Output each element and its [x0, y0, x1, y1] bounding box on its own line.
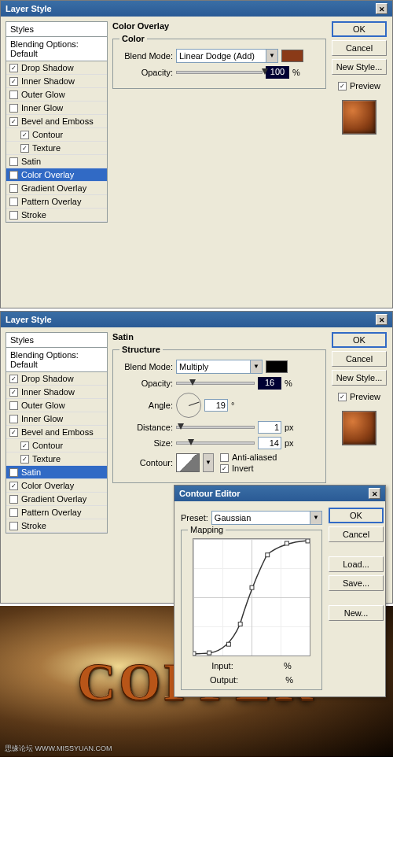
style-item-color-overlay[interactable]: Color Overlay — [6, 479, 107, 493]
angle-value[interactable]: 19 — [204, 399, 228, 412]
style-checkbox[interactable] — [9, 522, 18, 530]
style-checkbox[interactable] — [9, 495, 18, 504]
style-checkbox[interactable] — [9, 184, 18, 193]
style-label: Gradient Overlay — [21, 494, 86, 504]
style-checkbox[interactable] — [9, 77, 18, 86]
save-button[interactable]: Save... — [329, 575, 384, 591]
style-label: Drop Shadow — [21, 374, 74, 383]
titlebar[interactable]: Layer Style ✕ — [1, 312, 392, 327]
color-swatch[interactable] — [266, 360, 288, 373]
ok-button[interactable]: OK — [332, 21, 387, 37]
opacity-value[interactable]: 16 — [258, 377, 281, 390]
style-checkbox[interactable] — [9, 482, 18, 490]
size-value[interactable]: 14 — [258, 437, 281, 449]
style-label: Outer Glow — [21, 401, 65, 410]
titlebar[interactable]: Layer Style ✕ — [1, 1, 392, 17]
style-item-bevel-and-emboss[interactable]: Bevel and Emboss — [6, 426, 107, 439]
style-item-texture[interactable]: Texture — [6, 142, 107, 155]
mapping-group: Mapping — [181, 530, 322, 690]
style-item-inner-shadow[interactable]: Inner Shadow — [6, 75, 107, 88]
style-checkbox[interactable] — [20, 441, 29, 450]
opacity-slider[interactable] — [176, 382, 255, 385]
style-item-drop-shadow[interactable]: Drop Shadow — [6, 61, 107, 75]
blend-mode-dropdown[interactable]: Linear Dodge (Add)▼ — [176, 49, 278, 63]
style-item-bevel-and-emboss[interactable]: Bevel and Emboss — [6, 115, 107, 128]
new-button[interactable]: New... — [329, 605, 384, 621]
style-checkbox[interactable] — [9, 198, 18, 206]
styles-header[interactable]: Styles — [6, 21, 108, 37]
style-item-pattern-overlay[interactable]: Pattern Overlay — [6, 506, 107, 519]
style-item-gradient-overlay[interactable]: Gradient Overlay — [6, 182, 107, 195]
style-checkbox[interactable] — [9, 375, 18, 383]
load-button[interactable]: Load... — [329, 556, 384, 572]
ok-button[interactable]: OK — [332, 332, 387, 348]
style-checkbox[interactable] — [9, 388, 18, 397]
contour-picker[interactable] — [176, 453, 200, 472]
close-icon[interactable]: ✕ — [376, 3, 387, 14]
style-checkbox[interactable] — [9, 64, 18, 72]
style-item-stroke[interactable]: Stroke — [6, 209, 107, 222]
style-checkbox[interactable] — [20, 131, 29, 139]
style-checkbox[interactable] — [9, 171, 18, 179]
opacity-value[interactable]: 100 — [266, 66, 289, 79]
new-style-button[interactable]: New Style... — [332, 370, 387, 386]
style-item-inner-glow[interactable]: Inner Glow — [6, 102, 107, 115]
style-item-drop-shadow[interactable]: Drop Shadow — [6, 372, 107, 386]
cancel-button[interactable]: Cancel — [332, 40, 387, 56]
style-checkbox[interactable] — [9, 90, 18, 99]
svg-rect-1 — [208, 651, 211, 655]
style-checkbox[interactable] — [9, 117, 18, 126]
close-icon[interactable]: ✕ — [369, 488, 380, 499]
close-icon[interactable]: ✕ — [376, 314, 387, 325]
preview-checkbox[interactable] — [338, 82, 347, 90]
style-checkbox[interactable] — [9, 508, 18, 517]
style-checkbox[interactable] — [9, 157, 18, 166]
svg-rect-6 — [285, 541, 288, 545]
style-checkbox[interactable] — [9, 428, 18, 437]
style-checkbox[interactable] — [9, 104, 18, 113]
new-style-button[interactable]: New Style... — [332, 59, 387, 75]
opacity-slider[interactable] — [176, 71, 263, 74]
style-item-texture[interactable]: Texture — [6, 452, 107, 466]
antialiased-checkbox[interactable] — [220, 453, 229, 462]
style-checkbox[interactable] — [20, 455, 29, 464]
style-item-inner-glow[interactable]: Inner Glow — [6, 412, 107, 426]
angle-wheel[interactable] — [176, 393, 201, 418]
preview-checkbox[interactable] — [338, 393, 347, 401]
style-item-stroke[interactable]: Stroke — [6, 519, 107, 533]
size-label: Size: — [119, 438, 173, 448]
style-checkbox[interactable] — [9, 401, 18, 410]
style-checkbox[interactable] — [20, 144, 29, 153]
blending-options[interactable]: Blending Options: Default — [6, 348, 108, 372]
styles-header[interactable]: Styles — [6, 332, 108, 348]
chevron-down-icon[interactable]: ▼ — [203, 453, 214, 472]
cancel-button[interactable]: Cancel — [332, 351, 387, 367]
style-item-contour[interactable]: Contour — [6, 439, 107, 452]
size-slider[interactable] — [176, 441, 255, 445]
preset-dropdown[interactable]: Gaussian▼ — [211, 511, 322, 525]
blend-mode-dropdown[interactable]: Multiply▼ — [176, 360, 263, 374]
style-item-contour[interactable]: Contour — [6, 128, 107, 142]
style-item-satin[interactable]: Satin — [6, 466, 107, 479]
style-label: Gradient Overlay — [21, 183, 86, 193]
style-item-satin[interactable]: Satin — [6, 155, 107, 168]
invert-checkbox[interactable] — [220, 464, 229, 473]
distance-value[interactable]: 1 — [258, 421, 281, 434]
curve-editor[interactable] — [193, 538, 310, 656]
style-checkbox[interactable] — [9, 211, 18, 220]
distance-slider[interactable] — [176, 426, 255, 429]
cancel-button[interactable]: Cancel — [329, 526, 384, 542]
style-item-gradient-overlay[interactable]: Gradient Overlay — [6, 493, 107, 506]
style-item-outer-glow[interactable]: Outer Glow — [6, 399, 107, 412]
style-item-pattern-overlay[interactable]: Pattern Overlay — [6, 195, 107, 209]
ok-button[interactable]: OK — [329, 508, 384, 523]
style-item-color-overlay[interactable]: Color Overlay — [6, 168, 107, 182]
blending-options[interactable]: Blending Options: Default — [6, 37, 108, 61]
style-item-outer-glow[interactable]: Outer Glow — [6, 88, 107, 102]
input-label: Input: — [211, 661, 233, 670]
titlebar[interactable]: Contour Editor ✕ — [174, 486, 385, 501]
style-checkbox[interactable] — [9, 468, 18, 477]
style-item-inner-shadow[interactable]: Inner Shadow — [6, 386, 107, 399]
color-swatch[interactable] — [281, 50, 303, 62]
style-checkbox[interactable] — [9, 415, 18, 423]
